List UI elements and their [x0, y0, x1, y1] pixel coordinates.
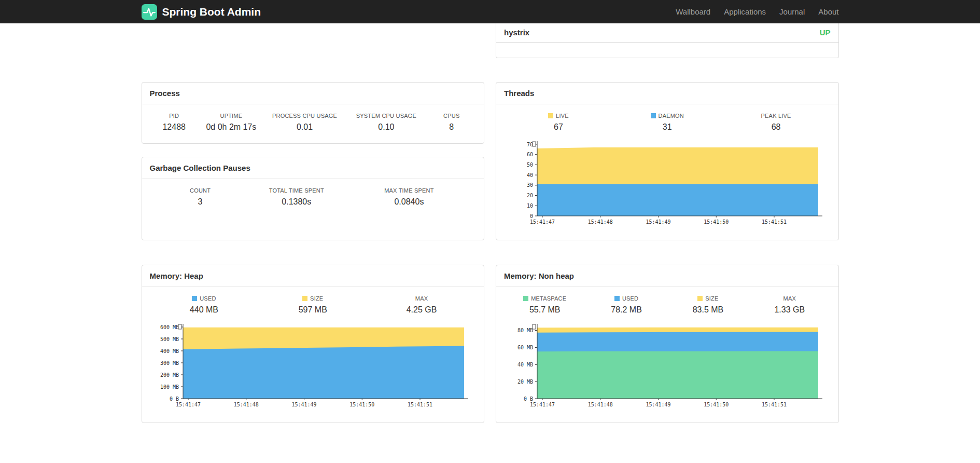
legend-value: 597 MB: [258, 305, 367, 315]
nonheap-legend: METASPACE 55.7 MB USED 78.2 MB SIZE 83.5…: [504, 295, 831, 315]
svg-text:15:41:48: 15:41:48: [588, 219, 613, 225]
svg-text:15:41:50: 15:41:50: [349, 402, 374, 407]
heap-panel-title: Memory: Heap: [142, 265, 484, 287]
svg-text:10: 10: [527, 203, 533, 209]
legend-label: USED: [200, 295, 216, 302]
svg-text:0 B: 0 B: [524, 396, 533, 402]
threads-panel: Threads LIVE 67 DAEMON 31 PEAK LIVE 68: [496, 82, 839, 240]
legend-label: LIVE: [556, 113, 569, 119]
stat-label: PROCESS CPU USAGE: [264, 113, 345, 119]
stat-system-cpu: SYSTEM CPU USAGE 0.10: [345, 113, 427, 132]
svg-text:20: 20: [527, 193, 533, 198]
legend-color-swatch: [614, 296, 620, 301]
nav-links: Wallboard Applications Journal About: [669, 7, 838, 16]
legend-value: 31: [613, 122, 722, 132]
svg-text:40: 40: [527, 172, 533, 178]
svg-text:15:41:48: 15:41:48: [233, 402, 258, 407]
svg-text:300 MB: 300 MB: [160, 360, 178, 366]
legend-value: 440 MB: [150, 305, 259, 315]
svg-text:50: 50: [527, 162, 533, 168]
stat-process-cpu: PROCESS CPU USAGE 0.01: [264, 113, 345, 132]
legend-value: 68: [722, 122, 831, 132]
svg-text:15:41:51: 15:41:51: [762, 219, 787, 225]
legend-label: DAEMON: [659, 113, 684, 119]
nav-item-journal[interactable]: Journal: [773, 7, 811, 16]
legend-item-max: MAX 4.25 GB: [367, 295, 476, 315]
stat-cpus: CPUS 8: [427, 113, 476, 132]
panel-fragment-padding: [496, 43, 838, 58]
legend-item-used: USED 440 MB: [150, 295, 259, 315]
stat-value: 8: [427, 122, 476, 132]
legend-color-swatch: [548, 113, 553, 118]
legend-value: 4.25 GB: [367, 305, 476, 315]
legend-value: 1.33 GB: [749, 305, 830, 315]
legend-item-size: SIZE 83.5 MB: [667, 295, 749, 315]
legend-value: 55.7 MB: [504, 305, 585, 315]
svg-text:15:41:47: 15:41:47: [530, 219, 555, 225]
legend-label: PEAK LIVE: [761, 113, 791, 119]
legend-item-used: USED 78.2 MB: [585, 295, 667, 315]
svg-text:40 MB: 40 MB: [517, 362, 533, 367]
navbar: Spring Boot Admin Wallboard Applications…: [0, 0, 980, 23]
svg-text:200 MB: 200 MB: [160, 372, 178, 378]
stat-pid: PID 12488: [150, 113, 199, 132]
application-row-hystrix[interactable]: hystrix UP: [496, 23, 838, 43]
svg-text:0: 0: [530, 213, 533, 219]
nav-item-about[interactable]: About: [811, 7, 838, 16]
applications-panel-fragment: hystrix UP: [496, 23, 839, 58]
svg-text:15:41:47: 15:41:47: [530, 402, 555, 407]
svg-text:60: 60: [527, 152, 533, 157]
nav-item-applications[interactable]: Applications: [717, 7, 773, 16]
threads-area-chart: 01020304050607015:41:4715:41:4815:41:491…: [504, 139, 831, 228]
nonheap-panel-title: Memory: Non heap: [496, 265, 838, 287]
legend-value: 78.2 MB: [585, 305, 667, 315]
empty-left-area: [142, 23, 485, 58]
svg-text:0 B: 0 B: [169, 396, 178, 402]
legend-label: METASPACE: [531, 295, 566, 302]
svg-text:15:41:50: 15:41:50: [704, 219, 729, 225]
stat-gc-count: COUNT 3: [150, 187, 251, 207]
svg-text:60 MB: 60 MB: [517, 345, 533, 350]
svg-text:15:41:51: 15:41:51: [762, 402, 787, 407]
process-stats: PID 12488 UPTIME 0d 0h 2m 17s PROCESS CP…: [150, 113, 477, 132]
legend-color-swatch: [192, 296, 197, 301]
stat-uptime: UPTIME 0d 0h 2m 17s: [199, 113, 264, 132]
legend-item-max: MAX 1.33 GB: [749, 295, 830, 315]
svg-text:500 MB: 500 MB: [160, 336, 178, 342]
svg-text:100 MB: 100 MB: [160, 384, 178, 390]
svg-text:15:41:49: 15:41:49: [291, 402, 316, 407]
svg-text:15:41:49: 15:41:49: [646, 219, 670, 225]
stat-label: MAX TIME SPENT: [342, 187, 476, 194]
legend-color-swatch: [651, 113, 656, 118]
gc-panel: Garbage Collection Pauses COUNT 3 TOTAL …: [142, 157, 485, 240]
stat-value: 3: [150, 197, 251, 207]
legend-color-swatch: [697, 296, 703, 301]
stat-label: TOTAL TIME SPENT: [251, 187, 342, 194]
process-panel-title: Process: [142, 83, 484, 104]
stat-value: 12488: [150, 122, 199, 132]
brand-link[interactable]: Spring Boot Admin: [142, 4, 261, 20]
stat-label: UPTIME: [199, 113, 264, 119]
legend-item-live: LIVE 67: [504, 113, 613, 132]
main-content: hystrix UP Process PID 12488 UPTIME: [142, 23, 839, 423]
svg-text:30: 30: [527, 182, 533, 188]
stat-value: 0.1380s: [251, 197, 342, 207]
legend-label: SIZE: [705, 295, 718, 302]
stat-label: SYSTEM CPU USAGE: [345, 113, 427, 119]
legend-label: MAX: [415, 295, 428, 302]
nav-item-wallboard[interactable]: Wallboard: [669, 7, 717, 16]
gc-panel-title: Garbage Collection Pauses: [142, 157, 484, 179]
legend-value: 67: [504, 122, 613, 132]
stat-value: 0.10: [345, 122, 427, 132]
svg-text:15:41:50: 15:41:50: [704, 402, 729, 407]
svg-text:15:41:47: 15:41:47: [175, 402, 200, 407]
heap-area-chart: 0 B100 MB200 MB300 MB400 MB500 MB600 MB1…: [150, 322, 477, 411]
legend-color-swatch: [523, 296, 528, 301]
stat-value: 0d 0h 2m 17s: [199, 122, 264, 132]
svg-text:600 MB: 600 MB: [160, 324, 178, 330]
stat-label: CPUS: [427, 113, 476, 119]
stat-gc-total-time: TOTAL TIME SPENT 0.1380s: [251, 187, 342, 207]
stat-value: 0.01: [264, 122, 345, 132]
svg-text:15:41:49: 15:41:49: [646, 402, 670, 407]
legend-value: 83.5 MB: [667, 305, 749, 315]
